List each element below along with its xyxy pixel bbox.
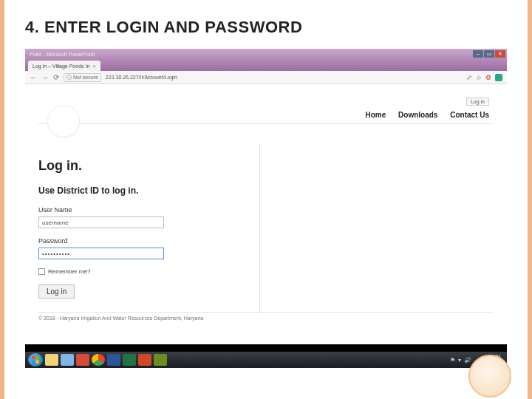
window-maximize-button[interactable]: ▭	[484, 50, 494, 58]
login-subheading: Use District ID to log in.	[38, 185, 245, 196]
back-icon[interactable]: ←	[30, 73, 37, 81]
logo-placeholder-circle	[47, 105, 80, 137]
browser-tab[interactable]: Log in – Village Ponds In ×	[28, 61, 100, 71]
taskbar-app-icon-2[interactable]	[76, 354, 89, 366]
taskbar-word-icon[interactable]	[107, 354, 120, 366]
login-form: Log in. Use District ID to log in. User …	[38, 143, 260, 313]
zoom-icon[interactable]: ⤢	[466, 74, 472, 81]
svg-rect-2	[32, 360, 35, 364]
page-body: Log in Home Downloads Contact Us Log in.…	[25, 84, 507, 344]
top-nav: Home Downloads Contact Us	[38, 109, 494, 124]
not-secure-badge[interactable]: ⓘ Not secure	[64, 73, 101, 82]
svg-rect-3	[35, 360, 39, 364]
tray-flag-icon[interactable]: ⚑	[450, 357, 455, 364]
start-button[interactable]	[28, 353, 43, 366]
slide-title: 4. ENTER LOGIN AND PASSWORD	[25, 18, 507, 37]
reload-icon[interactable]: ⟳	[53, 73, 59, 81]
svg-rect-1	[35, 356, 39, 360]
taskbar-excel-icon[interactable]	[123, 354, 136, 366]
black-strip	[25, 344, 507, 352]
taskbar-explorer-icon[interactable]	[45, 354, 58, 366]
not-secure-label: Not secure	[73, 75, 98, 80]
window-titlebar: Point - Microsoft PowerPoint – ▭ ✕	[25, 49, 507, 59]
nav-downloads[interactable]: Downloads	[398, 111, 437, 119]
browser-tabbar: Log in – Village Ponds In ×	[25, 59, 507, 71]
settings-gear-icon[interactable]: ⚙	[485, 74, 491, 81]
header-login-link[interactable]: Log in	[466, 98, 489, 106]
tab-title: Log in – Village Ponds In	[33, 64, 89, 69]
password-input[interactable]	[38, 248, 164, 259]
username-label: User Name	[38, 206, 245, 214]
windows-taskbar: ⚑ ▾ 🔊 21:34 23-03-2019	[25, 352, 507, 368]
url-text[interactable]: 223.30.26.227/II/Account/Login	[106, 75, 462, 80]
taskbar-app-icon-3[interactable]	[154, 354, 167, 366]
extension-icon[interactable]	[495, 74, 502, 81]
login-heading: Log in.	[38, 158, 245, 174]
forward-icon[interactable]: →	[41, 73, 49, 81]
browser-address-bar: ← → ⟳ ⓘ Not secure 223.30.26.227/II/Acco…	[25, 71, 507, 84]
bookmark-star-icon[interactable]: ☆	[476, 74, 482, 81]
username-input[interactable]	[38, 216, 164, 228]
info-icon: ⓘ	[66, 74, 72, 81]
tray-network-icon[interactable]: ▾	[458, 357, 461, 364]
slide-decorative-circle	[468, 355, 511, 398]
remember-checkbox[interactable]	[38, 268, 45, 275]
tray-volume-icon[interactable]: 🔊	[464, 357, 471, 364]
nav-contact[interactable]: Contact Us	[450, 111, 489, 119]
footer-copyright: © 2018 - Haryana Irrigation And Water Re…	[38, 312, 494, 321]
nav-home[interactable]: Home	[366, 111, 386, 119]
password-label: Password	[38, 237, 245, 245]
taskbar-powerpoint-icon[interactable]	[138, 354, 151, 366]
remember-me-row[interactable]: Remember me?	[38, 268, 245, 275]
window-app-title: Point - Microsoft PowerPoint	[27, 52, 95, 57]
window-close-button[interactable]: ✕	[495, 50, 505, 58]
login-button[interactable]: Log in	[38, 284, 75, 299]
screenshot-container: Point - Microsoft PowerPoint – ▭ ✕ Log i…	[25, 49, 507, 368]
taskbar-app-icon-1[interactable]	[61, 354, 74, 366]
tab-close-icon[interactable]: ×	[92, 63, 96, 69]
window-minimize-button[interactable]: –	[473, 50, 483, 58]
remember-label: Remember me?	[48, 268, 90, 275]
taskbar-chrome-icon[interactable]	[92, 354, 105, 366]
svg-rect-0	[32, 356, 35, 360]
